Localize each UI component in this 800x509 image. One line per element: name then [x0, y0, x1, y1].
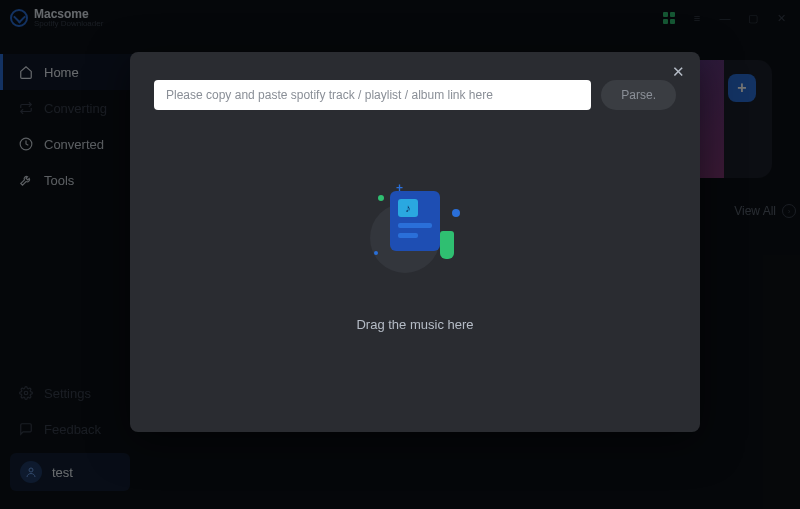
parse-button[interactable]: Parse. — [601, 80, 676, 110]
music-note-icon: ♪ — [398, 199, 418, 217]
drop-instruction: Drag the music here — [356, 317, 473, 332]
drop-illustration: + ♪ — [360, 183, 470, 293]
url-row: Parse. — [154, 80, 676, 110]
drop-zone[interactable]: + ♪ Drag the music here — [154, 110, 676, 404]
close-modal-button[interactable]: ✕ — [668, 62, 688, 82]
document-icon: ♪ — [390, 191, 440, 251]
add-music-modal: ✕ Parse. + ♪ Drag the music here — [130, 52, 700, 432]
spotify-url-input[interactable] — [154, 80, 591, 110]
